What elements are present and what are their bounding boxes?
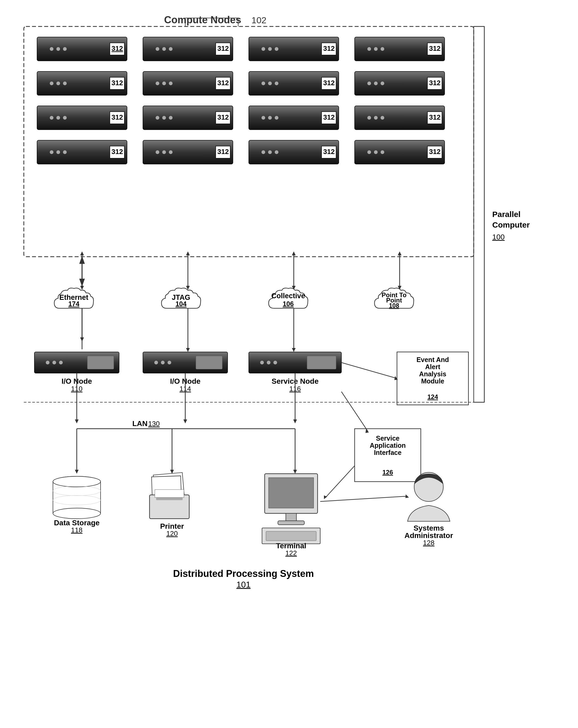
lan-label: LAN <box>132 419 148 427</box>
svg-point-46 <box>275 81 279 85</box>
svg-marker-131 <box>186 348 190 352</box>
svg-text:174: 174 <box>68 300 79 308</box>
svg-rect-152 <box>307 356 336 369</box>
svg-rect-200 <box>155 490 184 497</box>
server-row1: 312 312 312 312 <box>37 37 445 61</box>
svg-point-92 <box>261 150 265 154</box>
svg-point-44 <box>261 81 265 85</box>
svg-text:108: 108 <box>389 302 399 309</box>
svg-text:312: 312 <box>323 148 335 156</box>
svg-point-149 <box>260 361 264 364</box>
svg-marker-177 <box>75 470 79 474</box>
svg-point-74 <box>367 116 371 120</box>
svg-text:Computer: Computer <box>492 220 530 229</box>
svg-rect-138 <box>87 356 114 369</box>
svg-point-39 <box>162 81 166 85</box>
svg-line-209 <box>320 496 408 501</box>
parallel-computer-label: Parallel <box>492 210 521 218</box>
server-row3: 312 312 312 312 <box>37 106 445 130</box>
svg-marker-133 <box>292 348 296 352</box>
svg-text:312: 312 <box>323 45 335 52</box>
svg-point-93 <box>268 150 272 154</box>
svg-point-87 <box>162 150 166 154</box>
svg-text:312: 312 <box>429 113 440 121</box>
svg-point-142 <box>154 361 158 364</box>
svg-text:312: 312 <box>323 113 335 121</box>
printer-label: Printer <box>160 522 184 530</box>
server-row4: 312 312 312 312 <box>37 140 445 164</box>
compute-nodes-id: 102 <box>252 15 266 25</box>
svg-point-86 <box>156 150 159 154</box>
svg-rect-145 <box>196 356 222 369</box>
svg-text:Service: Service <box>376 435 400 442</box>
svg-marker-115 <box>398 252 401 255</box>
svg-point-52 <box>380 81 384 85</box>
svg-text:Collective: Collective <box>271 292 305 300</box>
svg-point-20 <box>261 47 265 51</box>
svg-point-75 <box>374 116 378 120</box>
data-storage <box>53 476 101 519</box>
svg-marker-210 <box>405 494 409 498</box>
parallel-computer-id: 100 <box>492 233 505 241</box>
svg-text:Alert: Alert <box>425 363 441 370</box>
svg-rect-203 <box>286 513 296 521</box>
svg-point-14 <box>156 47 159 51</box>
ethernet-cloud: Ethernet 174 <box>54 288 94 308</box>
io-node-1 <box>34 352 119 373</box>
systems-admin-id: 128 <box>423 539 434 547</box>
svg-point-151 <box>273 361 277 364</box>
distributed-system-title: Distributed Processing System <box>173 568 314 579</box>
svg-text:106: 106 <box>283 300 294 308</box>
collective-cloud: Collective 106 <box>269 288 308 308</box>
svg-point-50 <box>367 81 371 85</box>
svg-point-81 <box>56 150 60 154</box>
svg-point-22 <box>275 47 279 51</box>
data-storage-id: 118 <box>71 526 82 534</box>
svg-point-45 <box>268 81 272 85</box>
svg-point-56 <box>50 116 53 120</box>
svg-point-63 <box>162 116 166 120</box>
svg-point-40 <box>169 81 173 85</box>
svg-line-188 <box>341 392 368 431</box>
svg-text:Event And: Event And <box>417 356 449 363</box>
svg-point-58 <box>63 116 67 120</box>
data-storage-label: Data Storage <box>54 519 100 527</box>
svg-text:130: 130 <box>148 420 160 427</box>
svg-text:Module: Module <box>421 378 444 385</box>
svg-rect-202 <box>269 478 314 508</box>
point-to-point-cloud: Point To Point 108 <box>374 288 414 309</box>
io-node-2 <box>143 352 228 373</box>
distributed-system-id: 101 <box>236 580 251 589</box>
svg-point-8 <box>50 47 53 51</box>
svg-point-51 <box>374 81 378 85</box>
svg-point-26 <box>367 47 371 51</box>
svg-point-143 <box>161 361 165 364</box>
svg-marker-173 <box>293 419 297 423</box>
svg-point-27 <box>374 47 378 51</box>
svg-text:312: 312 <box>429 79 440 87</box>
terminal-label: Terminal <box>276 542 307 550</box>
terminal-id: 122 <box>285 549 297 557</box>
server-row2: 312 312 312 312 <box>37 72 445 95</box>
svg-marker-109 <box>186 252 190 255</box>
svg-point-82 <box>63 150 67 154</box>
svg-point-69 <box>268 116 272 120</box>
svg-text:312: 312 <box>217 45 229 52</box>
svg-line-160 <box>341 363 397 379</box>
svg-point-94 <box>275 150 279 154</box>
svg-text:312: 312 <box>111 113 123 121</box>
service-node <box>249 352 341 373</box>
printer <box>150 472 189 519</box>
svg-point-98 <box>367 150 371 154</box>
svg-text:Interface: Interface <box>374 449 401 456</box>
svg-point-135 <box>46 361 50 364</box>
svg-marker-181 <box>293 470 297 474</box>
svg-text:312: 312 <box>217 79 229 87</box>
svg-text:124: 124 <box>427 393 438 400</box>
svg-line-186 <box>325 466 354 497</box>
svg-text:Administrator: Administrator <box>404 531 453 540</box>
svg-point-57 <box>56 116 60 120</box>
svg-marker-112 <box>292 252 296 255</box>
svg-point-137 <box>59 361 63 364</box>
svg-text:312: 312 <box>217 148 229 156</box>
